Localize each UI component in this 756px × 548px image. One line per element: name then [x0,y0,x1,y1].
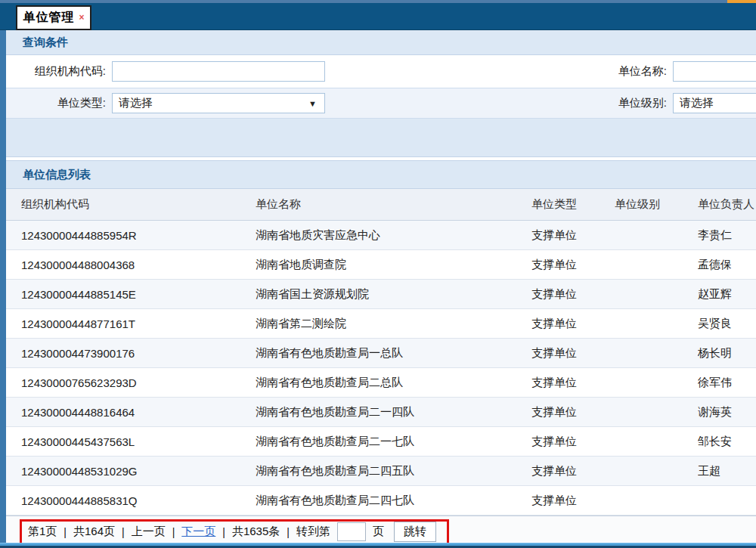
unit-level-label: 单位级别: [402,96,667,110]
cell-name: 湖南省地质灾害应急中心 [256,228,531,243]
cell-type: 支撑单位 [531,405,615,420]
cell-person: 吴贤良 [698,317,756,331]
tab-unit-management[interactable]: 单位管理 × [16,5,91,30]
goto-page-prefix: 转到第 [296,525,330,539]
separator: | [222,526,225,538]
tab-bar: 单位管理 × [0,3,756,30]
list-section-title: 单位信息列表 [6,161,756,189]
cell-name: 湖南省有色地质勘查局二四五队 [256,464,531,478]
cell-type: 支撑单位 [531,258,615,272]
search-panel: 查询条件 组织机构代码: 单位名称: 单位类型: 请选择 ▼ 单位级别: 请选择 [6,30,756,156]
cell-code: 12430000444885145E [21,288,256,301]
goto-page-input[interactable] [337,522,366,541]
cell-code: 124300004473900176 [21,347,256,360]
cell-name: 湖南省有色地质勘查局二一七队 [256,435,531,449]
separator: | [64,526,67,538]
cell-person: 孟德保 [698,258,756,272]
cell-type: 支撑单位 [531,435,615,449]
cell-person: 王超 [698,464,756,478]
cell-type: 支撑单位 [531,287,615,302]
table-header-row: 组织机构代码 单位名称 单位类型 单位级别 单位负责人 [6,189,756,221]
col-header-org-code: 组织机构代码 [21,197,256,212]
cell-type: 支撑单位 [531,494,615,508]
cell-name: 湖南省地质调查院 [256,258,531,272]
cell-code: 12430000448531029G [21,465,256,478]
table-row[interactable]: 12430000444877161T 湖南省第二测绘院 支撑单位 吴贤良 [6,309,756,339]
cell-code: 12430000765623293D [21,376,256,389]
org-code-label: 组织机构代码: [21,64,106,79]
cell-code: 12430000444885831Q [21,494,256,507]
unit-level-select[interactable]: 请选择 [673,93,756,113]
cell-person: 李贵仁 [698,228,756,243]
cell-name: 湖南省有色地质勘查局二一四队 [256,405,531,420]
current-page-label: 第1页 [28,525,57,539]
search-row-1: 组织机构代码: 单位名称: [6,55,756,88]
cell-type: 支撑单位 [531,228,615,243]
table-row[interactable]: 12430000444885831Q 湖南省有色地质勘查局二四七队 支撑单位 [6,486,756,515]
table-row[interactable]: 12430000448531029G 湖南省有色地质勘查局二四五队 支撑单位 王… [6,457,756,486]
col-header-unit-level: 单位级别 [615,197,698,212]
unit-name-input[interactable] [673,61,756,82]
separator: | [287,526,290,538]
cell-person: 赵亚辉 [698,287,756,302]
tab-close-icon[interactable]: × [79,13,84,22]
cell-type: 支撑单位 [531,464,615,478]
cell-code: 12430000444885954R [21,229,256,242]
window-bottom-border [0,543,756,548]
cell-code: 124300004488004368 [21,259,256,271]
cell-name: 湖南省国土资源规划院 [256,287,531,302]
unit-level-select-value: 请选择 [680,96,714,110]
table-row[interactable]: 124300004473900176 湖南省有色地质勘查局一总队 支撑单位 杨长… [6,339,756,368]
table-row[interactable]: 124300004448816464 湖南省有色地质勘查局二一四队 支撑单位 谢… [6,398,756,427]
annotation-box-pagination: 第1页 | 共164页 | 上一页 | 下一页 | 共1635条 | 转到第 页… [20,519,449,543]
cell-person: 邹长安 [698,435,756,449]
cell-code: 124300004448816464 [21,406,256,419]
table-row[interactable]: 12430000445437563L 湖南省有色地质勘查局二一七队 支撑单位 邹… [6,427,756,457]
cell-person: 杨长明 [698,346,756,361]
col-header-unit-name: 单位名称 [256,197,531,212]
unit-type-label: 单位类型: [21,96,106,110]
separator: | [172,526,175,538]
content-frame: 查询条件 组织机构代码: 单位名称: 单位类型: 请选择 ▼ 单位级别: 请选择 [0,30,756,543]
chevron-down-icon: ▼ [308,99,317,108]
pagination-bar: 第1页 | 共164页 | 上一页 | 下一页 | 共1635条 | 转到第 页… [6,515,756,543]
tab-title: 单位管理 [23,10,74,26]
table-row[interactable]: 12430000765623293D 湖南省有色地质勘查局二总队 支撑单位 徐军… [6,368,756,398]
list-panel: 单位信息列表 组织机构代码 单位名称 单位类型 单位级别 单位负责人 12430… [6,161,756,515]
total-pages-label: 共164页 [73,525,115,539]
cell-name: 湖南省有色地质勘查局一总队 [256,346,531,361]
cell-name: 湖南省有色地质勘查局二总队 [256,376,531,390]
cell-person: 谢海英 [698,405,756,420]
total-records-label: 共1635条 [232,525,280,539]
col-header-unit-type: 单位类型 [531,197,615,212]
cell-name: 湖南省有色地质勘查局二四七队 [256,494,531,508]
unit-type-select[interactable]: 请选择 ▼ [112,93,325,113]
cell-name: 湖南省第二测绘院 [256,317,531,331]
search-panel-filler [6,119,756,156]
cell-type: 支撑单位 [531,376,615,390]
separator: | [122,526,125,538]
table-row[interactable]: 12430000444885954R 湖南省地质灾害应急中心 支撑单位 李贵仁 [6,221,756,250]
cell-type: 支撑单位 [531,317,615,331]
table-row[interactable]: 12430000444885145E 湖南省国土资源规划院 支撑单位 赵亚辉 [6,280,756,309]
cell-type: 支撑单位 [531,346,615,361]
prev-page-link[interactable]: 上一页 [132,525,166,539]
cell-code: 12430000444877161T [21,317,256,330]
org-code-input[interactable] [112,61,325,82]
jump-button[interactable]: 跳转 [394,522,436,542]
search-row-2: 单位类型: 请选择 ▼ 单位级别: 请选择 [6,88,756,119]
search-section-title: 查询条件 [6,30,756,55]
col-header-unit-person: 单位负责人 [698,197,756,212]
goto-page-suffix: 页 [373,525,384,539]
cell-person: 徐军伟 [698,376,756,390]
table-row[interactable]: 124300004488004368 湖南省地质调查院 支撑单位 孟德保 [6,250,756,280]
unit-name-label: 单位名称: [402,64,667,79]
unit-type-select-value: 请选择 [119,96,153,110]
cell-code: 12430000445437563L [21,435,256,448]
next-page-link[interactable]: 下一页 [181,525,215,539]
